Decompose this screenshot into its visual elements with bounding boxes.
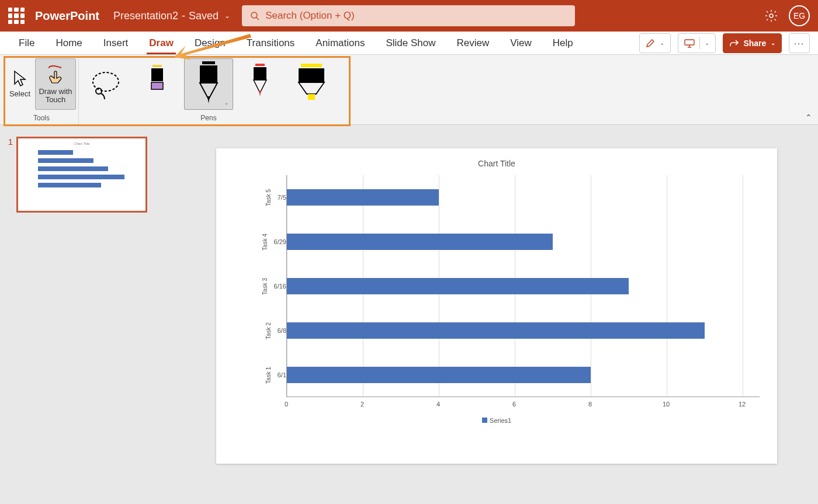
- tab-slideshow[interactable]: Slide Show: [375, 32, 446, 54]
- chart-legend: Series1: [234, 417, 760, 424]
- presenter-icon: [684, 39, 695, 48]
- cursor-icon: [12, 70, 27, 88]
- slide-canvas-area[interactable]: Chart Title Task 57/5Task 46/29Task 36/1…: [175, 125, 818, 504]
- y-category-label: Task 16/1: [234, 358, 286, 392]
- x-tick-label: 10: [663, 401, 670, 408]
- chart-bar: [287, 278, 629, 294]
- share-button[interactable]: Share ⌄: [723, 33, 782, 53]
- tab-view[interactable]: View: [500, 32, 542, 54]
- search-icon: [250, 11, 259, 20]
- chevron-down-icon: ⌄: [705, 40, 709, 46]
- group-label-pens: Pens: [200, 114, 216, 124]
- gridline: [667, 175, 667, 397]
- thumb-number: 1: [6, 137, 13, 213]
- doc-status[interactable]: Presentation2 - Saved ⌄: [113, 10, 242, 22]
- x-tick-label: 2: [361, 401, 364, 408]
- tab-review[interactable]: Review: [446, 32, 500, 54]
- svg-rect-11: [255, 64, 265, 66]
- svg-rect-8: [151, 82, 163, 89]
- collapse-ribbon-button[interactable]: ⌃: [805, 113, 812, 122]
- search-input[interactable]: Search (Option + Q): [242, 5, 575, 26]
- share-icon: [729, 39, 739, 48]
- svg-point-2: [770, 14, 773, 18]
- x-tick-label: 12: [739, 401, 746, 408]
- slide[interactable]: Chart Title Task 57/5Task 46/29Task 36/1…: [216, 148, 777, 464]
- lasso-select-button[interactable]: [81, 58, 130, 110]
- svg-line-1: [257, 18, 259, 20]
- chevron-down-icon: ⌄: [771, 40, 775, 46]
- tab-transitions[interactable]: Transitions: [236, 32, 306, 54]
- x-tick-label: 0: [285, 401, 288, 408]
- svg-rect-10: [200, 65, 217, 83]
- pen-black-button[interactable]: ⌄: [184, 58, 233, 110]
- pen-purple-button[interactable]: [133, 58, 182, 110]
- tab-file[interactable]: File: [8, 32, 45, 54]
- x-tick-label: 8: [588, 401, 592, 408]
- chevron-down-icon: ⌄: [660, 40, 664, 46]
- svg-rect-6: [152, 65, 162, 67]
- highlighter-icon: [295, 64, 328, 105]
- svg-rect-14: [299, 68, 324, 82]
- svg-rect-9: [202, 61, 215, 64]
- app-launcher-icon[interactable]: [8, 8, 25, 24]
- svg-rect-15: [308, 94, 315, 100]
- chart: Task 57/5Task 46/29Task 36/16Task 26/8Ta…: [234, 175, 760, 397]
- svg-rect-3: [685, 40, 694, 45]
- chart-bar: [287, 367, 591, 383]
- gridline: [743, 175, 743, 397]
- tab-draw[interactable]: Draw: [138, 32, 184, 54]
- chevron-down-icon: ⌄: [224, 12, 230, 20]
- editing-mode-button[interactable]: ⌄: [639, 33, 671, 53]
- title-bar: PowerPoint Presentation2 - Saved ⌄ Searc…: [0, 0, 818, 32]
- chart-bar: [287, 234, 553, 250]
- y-category-label: Task 46/29: [234, 225, 286, 259]
- group-label-tools: Tools: [33, 114, 50, 124]
- pen-red-button[interactable]: [235, 58, 285, 110]
- pencil-icon: [646, 39, 655, 48]
- avatar[interactable]: EG: [789, 5, 810, 26]
- chart-title: Chart Title: [234, 159, 760, 168]
- y-category-label: Task 57/5: [234, 180, 286, 214]
- slide-thumbnail-1[interactable]: Chart Title: [16, 137, 147, 213]
- ribbon-group-tools: Select Draw with Touch Tools: [5, 58, 79, 124]
- pen-icon: [250, 64, 270, 105]
- pen-icon: [147, 64, 168, 105]
- y-category-label: Task 26/8: [234, 314, 286, 347]
- lasso-icon: [89, 68, 122, 100]
- y-category-label: Task 36/16: [234, 269, 286, 303]
- more-button[interactable]: ···: [789, 33, 810, 53]
- draw-with-touch-button[interactable]: Draw with Touch: [35, 58, 76, 110]
- tab-help[interactable]: Help: [542, 32, 584, 54]
- svg-point-0: [251, 12, 257, 18]
- tab-design[interactable]: Design: [184, 32, 236, 54]
- svg-rect-7: [151, 68, 163, 81]
- present-button[interactable]: ⌄: [678, 33, 716, 53]
- tab-insert[interactable]: Insert: [93, 32, 139, 54]
- chart-bar: [287, 322, 705, 339]
- workspace: 1 Chart Title Chart Title Task 57/5Task …: [0, 125, 818, 504]
- tab-home[interactable]: Home: [45, 32, 92, 54]
- chevron-down-icon: ⌄: [224, 100, 229, 106]
- x-tick-label: 4: [436, 401, 440, 408]
- highlighter-yellow-button[interactable]: [287, 58, 336, 110]
- ribbon-tabs: File Home Insert Draw Design Transitions…: [0, 32, 818, 55]
- chart-bar: [287, 189, 439, 206]
- svg-rect-13: [301, 64, 322, 67]
- ellipsis-icon: ···: [794, 39, 805, 48]
- pen-icon: [195, 61, 222, 107]
- app-name: PowerPoint: [35, 9, 99, 23]
- svg-rect-12: [254, 67, 266, 80]
- x-tick-label: 6: [512, 401, 516, 408]
- slide-thumbnails-panel: 1 Chart Title: [0, 125, 175, 504]
- touch-icon: [44, 64, 67, 85]
- gear-icon[interactable]: [764, 9, 778, 23]
- select-tool-button[interactable]: Select: [7, 58, 33, 110]
- tab-animations[interactable]: Animations: [305, 32, 375, 54]
- ribbon-group-pens: ⌄ Pens: [79, 58, 338, 124]
- ribbon: Select Draw with Touch Tools ⌄: [0, 55, 818, 125]
